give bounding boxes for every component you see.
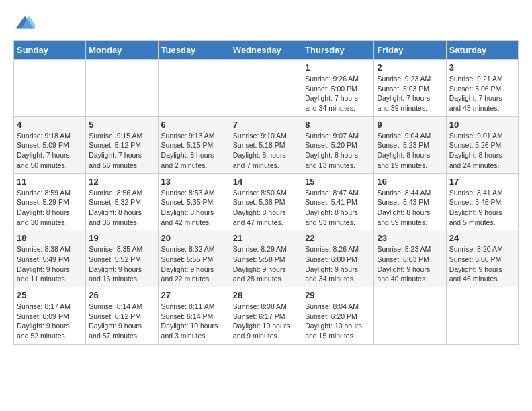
day-header-friday: Friday — [374, 41, 446, 60]
day-info: Sunrise: 9:04 AMSunset: 5:23 PMDaylight:… — [377, 131, 443, 171]
day-number: 13 — [161, 177, 227, 187]
day-number: 24 — [449, 233, 515, 243]
day-number: 18 — [17, 233, 83, 243]
day-info: Sunrise: 8:47 AMSunset: 5:41 PMDaylight:… — [305, 188, 371, 228]
calendar-week-row: 25 Sunrise: 8:17 AMSunset: 6:09 PMDaylig… — [14, 287, 519, 345]
calendar-cell: 9 Sunrise: 9:04 AMSunset: 5:23 PMDayligh… — [374, 116, 446, 173]
day-info: Sunrise: 9:13 AMSunset: 5:15 PMDaylight:… — [161, 131, 227, 171]
day-number: 19 — [89, 233, 154, 243]
day-number: 11 — [17, 177, 83, 187]
calendar-cell: 17 Sunrise: 8:41 AMSunset: 5:46 PMDaylig… — [446, 173, 518, 230]
day-number: 10 — [449, 120, 515, 130]
day-info: Sunrise: 9:07 AMSunset: 5:20 PMDaylight:… — [305, 131, 371, 171]
calendar-cell — [86, 60, 158, 117]
day-info: Sunrise: 8:08 AMSunset: 6:17 PMDaylight:… — [233, 302, 299, 341]
calendar-cell: 22 Sunrise: 8:26 AMSunset: 6:00 PMDaylig… — [302, 230, 374, 287]
calendar-cell: 1 Sunrise: 9:26 AMSunset: 5:00 PMDayligh… — [302, 60, 374, 117]
day-number: 23 — [377, 233, 443, 243]
calendar-cell: 23 Sunrise: 8:23 AMSunset: 6:03 PMDaylig… — [374, 230, 446, 287]
day-number: 3 — [449, 62, 515, 73]
calendar-cell: 4 Sunrise: 9:18 AMSunset: 5:09 PMDayligh… — [14, 116, 86, 173]
calendar-cell: 10 Sunrise: 9:01 AMSunset: 5:26 PMDaylig… — [446, 116, 518, 173]
calendar-cell — [230, 60, 302, 117]
day-info: Sunrise: 8:04 AMSunset: 6:20 PMDaylight:… — [305, 302, 371, 341]
day-number: 22 — [305, 233, 371, 243]
day-info: Sunrise: 8:41 AMSunset: 5:46 PMDaylight:… — [449, 188, 515, 228]
calendar-cell: 21 Sunrise: 8:29 AMSunset: 5:58 PMDaylig… — [230, 230, 302, 287]
calendar-week-row: 11 Sunrise: 8:59 AMSunset: 5:29 PMDaylig… — [14, 173, 519, 230]
day-info: Sunrise: 8:29 AMSunset: 5:58 PMDaylight:… — [233, 244, 299, 284]
calendar-week-row: 1 Sunrise: 9:26 AMSunset: 5:00 PMDayligh… — [14, 60, 519, 117]
day-number: 2 — [377, 62, 443, 73]
day-info: Sunrise: 8:26 AMSunset: 6:00 PMDaylight:… — [305, 244, 371, 284]
day-number: 27 — [161, 290, 227, 300]
day-number: 20 — [161, 233, 227, 243]
calendar-week-row: 18 Sunrise: 8:38 AMSunset: 5:49 PMDaylig… — [14, 230, 519, 287]
day-info: Sunrise: 8:35 AMSunset: 5:52 PMDaylight:… — [89, 244, 154, 284]
day-info: Sunrise: 9:15 AMSunset: 5:12 PMDaylight:… — [89, 131, 154, 171]
calendar-cell: 16 Sunrise: 8:44 AMSunset: 5:43 PMDaylig… — [374, 173, 446, 230]
day-number: 16 — [377, 177, 443, 187]
day-info: Sunrise: 9:10 AMSunset: 5:18 PMDaylight:… — [233, 131, 299, 171]
calendar-cell: 7 Sunrise: 9:10 AMSunset: 5:18 PMDayligh… — [230, 116, 302, 173]
logo — [13, 13, 35, 34]
day-info: Sunrise: 9:18 AMSunset: 5:09 PMDaylight:… — [17, 131, 83, 171]
day-info: Sunrise: 9:23 AMSunset: 5:03 PMDaylight:… — [377, 74, 443, 113]
calendar-cell: 24 Sunrise: 8:20 AMSunset: 6:06 PMDaylig… — [446, 230, 518, 287]
day-info: Sunrise: 8:44 AMSunset: 5:43 PMDaylight:… — [377, 188, 443, 228]
calendar-cell — [374, 287, 446, 345]
day-info: Sunrise: 8:32 AMSunset: 5:55 PMDaylight:… — [161, 244, 227, 284]
calendar-cell: 28 Sunrise: 8:08 AMSunset: 6:17 PMDaylig… — [230, 287, 302, 345]
day-info: Sunrise: 8:20 AMSunset: 6:06 PMDaylight:… — [449, 244, 515, 284]
calendar-cell: 14 Sunrise: 8:50 AMSunset: 5:38 PMDaylig… — [230, 173, 302, 230]
calendar-cell: 5 Sunrise: 9:15 AMSunset: 5:12 PMDayligh… — [86, 116, 158, 173]
calendar-header-row: SundayMondayTuesdayWednesdayThursdayFrid… — [14, 41, 519, 60]
calendar-week-row: 4 Sunrise: 9:18 AMSunset: 5:09 PMDayligh… — [14, 116, 519, 173]
day-number: 1 — [305, 62, 371, 73]
calendar-cell — [14, 60, 86, 117]
day-number: 17 — [449, 177, 515, 187]
day-info: Sunrise: 8:14 AMSunset: 6:12 PMDaylight:… — [89, 302, 154, 341]
day-info: Sunrise: 8:53 AMSunset: 5:35 PMDaylight:… — [161, 188, 227, 228]
day-number: 8 — [305, 120, 371, 130]
day-info: Sunrise: 8:23 AMSunset: 6:03 PMDaylight:… — [377, 244, 443, 284]
day-number: 12 — [89, 177, 154, 187]
day-info: Sunrise: 8:11 AMSunset: 6:14 PMDaylight:… — [161, 302, 227, 341]
calendar-cell: 20 Sunrise: 8:32 AMSunset: 5:55 PMDaylig… — [158, 230, 230, 287]
day-info: Sunrise: 8:59 AMSunset: 5:29 PMDaylight:… — [17, 188, 83, 228]
page-header — [13, 13, 519, 34]
day-header-monday: Monday — [86, 41, 158, 60]
day-number: 7 — [233, 120, 299, 130]
day-number: 29 — [305, 290, 371, 300]
calendar-cell: 6 Sunrise: 9:13 AMSunset: 5:15 PMDayligh… — [158, 116, 230, 173]
calendar-cell: 11 Sunrise: 8:59 AMSunset: 5:29 PMDaylig… — [14, 173, 86, 230]
day-info: Sunrise: 8:38 AMSunset: 5:49 PMDaylight:… — [17, 244, 83, 284]
day-number: 26 — [89, 290, 154, 300]
day-number: 4 — [17, 120, 83, 130]
day-number: 9 — [377, 120, 443, 130]
day-info: Sunrise: 8:56 AMSunset: 5:32 PMDaylight:… — [89, 188, 154, 228]
day-number: 21 — [233, 233, 299, 243]
calendar-cell: 8 Sunrise: 9:07 AMSunset: 5:20 PMDayligh… — [302, 116, 374, 173]
calendar-table: SundayMondayTuesdayWednesdayThursdayFrid… — [13, 40, 519, 345]
calendar-cell: 25 Sunrise: 8:17 AMSunset: 6:09 PMDaylig… — [14, 287, 86, 345]
calendar-cell: 29 Sunrise: 8:04 AMSunset: 6:20 PMDaylig… — [302, 287, 374, 345]
day-info: Sunrise: 9:26 AMSunset: 5:00 PMDaylight:… — [305, 74, 371, 113]
day-info: Sunrise: 8:17 AMSunset: 6:09 PMDaylight:… — [17, 302, 83, 341]
day-info: Sunrise: 9:01 AMSunset: 5:26 PMDaylight:… — [449, 131, 515, 171]
day-number: 14 — [233, 177, 299, 187]
day-header-sunday: Sunday — [14, 41, 86, 60]
calendar-cell: 12 Sunrise: 8:56 AMSunset: 5:32 PMDaylig… — [86, 173, 158, 230]
calendar-cell: 3 Sunrise: 9:21 AMSunset: 5:06 PMDayligh… — [446, 60, 518, 117]
day-info: Sunrise: 8:50 AMSunset: 5:38 PMDaylight:… — [233, 188, 299, 228]
day-header-tuesday: Tuesday — [158, 41, 230, 60]
logo-icon — [15, 13, 35, 34]
day-info: Sunrise: 9:21 AMSunset: 5:06 PMDaylight:… — [449, 74, 515, 113]
calendar-cell — [446, 287, 518, 345]
day-header-saturday: Saturday — [446, 41, 518, 60]
calendar-cell — [158, 60, 230, 117]
day-number: 5 — [89, 120, 154, 130]
day-number: 28 — [233, 290, 299, 300]
day-number: 6 — [161, 120, 227, 130]
calendar-cell: 27 Sunrise: 8:11 AMSunset: 6:14 PMDaylig… — [158, 287, 230, 345]
